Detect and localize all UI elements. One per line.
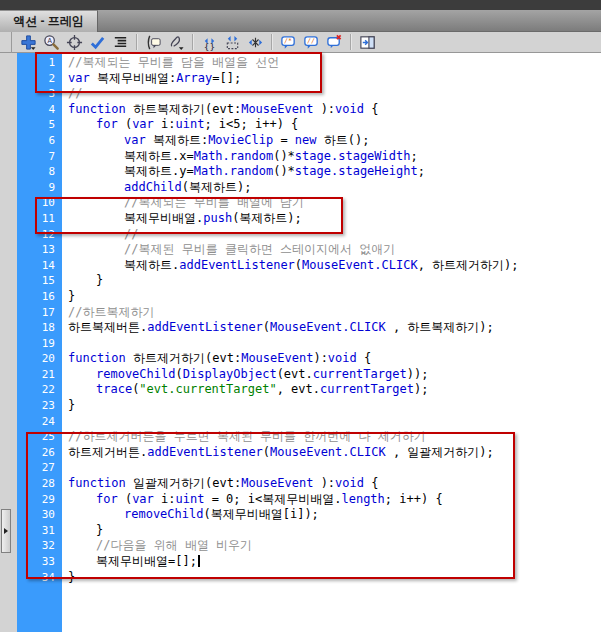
code-line-24[interactable]	[62, 414, 601, 430]
toolbox-collapse-handle[interactable]	[1, 509, 11, 553]
svg-text://: //	[307, 37, 315, 45]
code-line-28[interactable]: function 일괄제거하기(evt:MouseEvent ):void {	[62, 476, 601, 492]
code-line-19[interactable]	[62, 336, 601, 352]
collapse-selection-button[interactable]	[222, 33, 243, 52]
show-code-hint-icon	[145, 34, 162, 51]
line-number: 26	[17, 445, 62, 461]
show-hide-toolbox-button[interactable]	[357, 33, 378, 52]
panel-tab-strip: 액션 - 프레임	[0, 10, 601, 32]
svg-text:A: A	[47, 36, 52, 43]
code-line-29[interactable]: for (var i:uint = 0; i<복제무비배열.length; i+…	[62, 492, 601, 508]
apply-block-comment-icon: /*	[280, 34, 297, 51]
code-line-31[interactable]: }	[62, 523, 601, 539]
line-number: 22	[17, 382, 62, 398]
insert-target-path-button[interactable]	[64, 33, 85, 52]
expand-all-icon	[247, 34, 264, 51]
line-number: 4	[17, 102, 62, 118]
line-number: 33	[17, 554, 62, 570]
line-numbers: 1234567891011121314151617181920212223242…	[17, 53, 62, 585]
line-number: 17	[17, 305, 62, 321]
line-number: 25	[17, 429, 62, 445]
script-pane[interactable]: //복제되는 무비를 담을 배열을 선언var 복제무비배열:Array=[];…	[62, 53, 601, 585]
panel-top-bar	[0, 0, 601, 10]
line-number: 20	[17, 351, 62, 367]
line-number: 10	[17, 195, 62, 211]
remove-comment-button[interactable]	[324, 33, 345, 52]
code-line-30[interactable]: removeChild(복제무비배열[i]);	[62, 507, 601, 523]
code-line-3[interactable]: //	[62, 86, 601, 102]
code-line-32[interactable]: //다음을 위해 배열 비우기	[62, 538, 601, 554]
code-line-16[interactable]: }	[62, 289, 601, 305]
code-line-10[interactable]: //복제되는 무비를 배열에 담기	[62, 195, 601, 211]
code-line-15[interactable]: }	[62, 273, 601, 289]
show-hide-toolbox-icon	[359, 34, 376, 51]
line-number: 23	[17, 398, 62, 414]
toolbar-separator	[136, 34, 138, 50]
code-line-17[interactable]: //하트복제하기	[62, 305, 601, 321]
add-script-button[interactable]	[18, 33, 39, 52]
code-line-23[interactable]: }	[62, 398, 601, 414]
apply-line-comment-button[interactable]: //	[301, 33, 322, 52]
chevron-right-icon	[4, 528, 8, 534]
line-number: 34	[17, 570, 62, 586]
toolbar-separator	[271, 34, 273, 50]
code-line-11[interactable]: 복제무비배열.push(복제하트);	[62, 211, 601, 227]
line-number: 30	[17, 507, 62, 523]
line-number: 9	[17, 180, 62, 196]
line-number: 19	[17, 336, 62, 352]
code-line-21[interactable]: removeChild(DisplayObject(evt.currentTar…	[62, 367, 601, 383]
line-number: 3	[17, 86, 62, 102]
line-number: 14	[17, 258, 62, 274]
apply-block-comment-button[interactable]: /*	[278, 33, 299, 52]
line-number: 5	[17, 117, 62, 133]
line-number-gutter: 1234567891011121314151617181920212223242…	[17, 53, 62, 632]
check-syntax-button[interactable]	[87, 33, 108, 52]
collapse-between-braces-icon: {}	[201, 34, 218, 51]
code-line-22[interactable]: trace("evt.currentTarget", evt.currentTa…	[62, 382, 601, 398]
line-number: 11	[17, 211, 62, 227]
line-number: 27	[17, 460, 62, 476]
code-line-18[interactable]: 하트복제버튼.addEventListener(MouseEvent.CLICK…	[62, 320, 601, 336]
line-number: 24	[17, 414, 62, 430]
code-line-14[interactable]: 복제하트.addEventListener(MouseEvent.CLICK, …	[62, 258, 601, 274]
debug-options-button[interactable]	[166, 33, 187, 52]
line-number: 15	[17, 273, 62, 289]
collapse-between-braces-button[interactable]: {}	[199, 33, 220, 52]
line-number: 32	[17, 538, 62, 554]
code-line-20[interactable]: function 하트제거하기(evt:MouseEvent):void {	[62, 351, 601, 367]
code-line-13[interactable]: //복제된 무비를 클릭하면 스테이지에서 없애기	[62, 242, 601, 258]
toolbar-separator	[192, 34, 194, 50]
code-line-8[interactable]: 복제하트.y=Math.random()*stage.stageHeight;	[62, 164, 601, 180]
auto-format-button[interactable]	[110, 33, 131, 52]
code-line-25[interactable]: //하트제거버튼을 누르면 복제된 무비를 한꺼번에 다 제거하기	[62, 429, 601, 445]
line-number: 1	[17, 55, 62, 71]
find-button[interactable]: A	[41, 33, 62, 52]
debug-options-icon	[168, 34, 185, 51]
code-line-1[interactable]: //복제되는 무비를 담을 배열을 선언	[62, 55, 601, 71]
check-syntax-icon	[89, 34, 106, 51]
svg-text:{}: {}	[204, 40, 215, 50]
expand-all-button[interactable]	[245, 33, 266, 52]
line-number: 21	[17, 367, 62, 383]
code-line-26[interactable]: 하트제거버튼.addEventListener(MouseEvent.CLICK…	[62, 445, 601, 461]
line-number: 12	[17, 227, 62, 243]
code-line-27[interactable]	[62, 460, 601, 476]
line-number: 2	[17, 71, 62, 87]
code-line-6[interactable]: var 복제하트:MovieClip = new 하트();	[62, 133, 601, 149]
code-line-34[interactable]: }	[62, 570, 601, 586]
code-area[interactable]: //복제되는 무비를 담을 배열을 선언var 복제무비배열:Array=[];…	[62, 53, 601, 632]
code-line-12[interactable]: //	[62, 227, 601, 243]
tab-actions-frame[interactable]: 액션 - 프레임	[0, 10, 98, 32]
splitter-strip	[0, 53, 17, 632]
line-number: 28	[17, 476, 62, 492]
code-line-9[interactable]: addChild(복제하트);	[62, 180, 601, 196]
line-number: 31	[17, 523, 62, 539]
show-code-hint-button[interactable]	[143, 33, 164, 52]
code-line-2[interactable]: var 복제무비배열:Array=[];	[62, 71, 601, 87]
code-line-5[interactable]: for (var i:uint; i<5; i++) {	[62, 117, 601, 133]
code-line-7[interactable]: 복제하트.x=Math.random()*stage.stageWidth;	[62, 149, 601, 165]
code-line-33[interactable]: 복제무비배열=[];	[62, 554, 601, 570]
actions-toolbar: A{}/*//	[0, 32, 601, 53]
line-number: 29	[17, 492, 62, 508]
code-line-4[interactable]: function 하트복제하기(evt:MouseEvent ):void {	[62, 102, 601, 118]
